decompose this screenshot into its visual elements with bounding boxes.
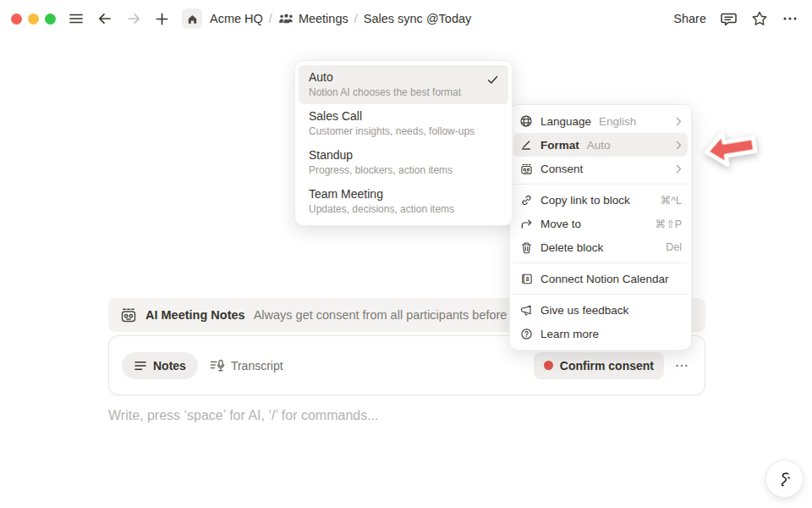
topbar-actions: Share	[673, 10, 812, 28]
new-page-button[interactable]	[154, 11, 170, 27]
confirm-consent-button[interactable]: Confirm consent	[534, 352, 664, 379]
breadcrumb-page-title[interactable]: Sales sync @Today	[364, 12, 472, 25]
notion-ai-fab-button[interactable]	[765, 460, 804, 498]
format-option-standup[interactable]: Standup Progress, blockers, action items	[299, 143, 508, 182]
more-icon	[674, 358, 689, 373]
topbar: Acme HQ / Meetings / Sales sync @Today S…	[0, 0, 812, 37]
menu-item-consent[interactable]: Consent	[513, 157, 688, 180]
consent-recorder-icon	[120, 306, 137, 323]
favorite-button[interactable]	[751, 10, 768, 27]
svg-text:8: 8	[525, 276, 529, 282]
megaphone-icon	[519, 304, 533, 317]
forward-button[interactable]	[125, 10, 142, 27]
menu-item-format[interactable]: Format Auto	[513, 133, 688, 157]
tab-notes[interactable]: Notes	[122, 352, 198, 379]
format-option-auto[interactable]: Auto Notion AI chooses the best format	[299, 65, 508, 104]
breadcrumb-separator: /	[354, 12, 358, 25]
chevron-right-icon	[676, 141, 682, 150]
back-button[interactable]	[96, 10, 113, 27]
page-more-button[interactable]	[782, 10, 798, 27]
globe-icon	[519, 114, 533, 128]
tab-transcript-label: Transcript	[231, 359, 283, 373]
menu-item-copy-link[interactable]: Copy link to block ⌘^L	[513, 188, 688, 212]
comments-button[interactable]	[720, 10, 738, 28]
shortcut-label: ⌘^L	[661, 194, 682, 207]
breadcrumb: Acme HQ / Meetings / Sales sync @Today	[210, 12, 471, 25]
plus-icon	[154, 11, 170, 27]
meeting-people-icon	[278, 13, 294, 25]
calendar-icon: 8	[519, 273, 533, 285]
window-controls	[0, 14, 56, 25]
format-submenu: Auto Notion AI chooses the best format S…	[294, 60, 513, 226]
menu-divider	[513, 262, 688, 263]
notion-ai-face-icon	[775, 469, 795, 489]
format-option-team-meeting[interactable]: Team Meeting Updates, decisions, action …	[299, 182, 508, 221]
breadcrumb-meetings[interactable]: Meetings	[278, 12, 348, 25]
menu-item-delete-block[interactable]: Delete block Del	[513, 235, 688, 259]
comment-icon	[720, 10, 738, 28]
transcript-mic-icon	[210, 359, 225, 373]
tab-transcript[interactable]: Transcript	[210, 359, 283, 373]
trash-icon	[519, 241, 533, 254]
breadcrumb-workspace[interactable]: Acme HQ	[210, 12, 263, 25]
more-icon	[782, 10, 798, 27]
tab-notes-label: Notes	[153, 359, 186, 373]
record-dot-icon	[544, 361, 553, 370]
sidebar-toggle-icon	[68, 10, 85, 27]
menu-divider	[513, 184, 688, 185]
check-icon	[487, 75, 498, 85]
chevron-right-icon	[676, 117, 682, 126]
red-left-arrow	[700, 124, 762, 173]
zoom-window-button[interactable]	[45, 14, 56, 25]
link-icon	[519, 194, 533, 207]
format-pen-icon	[519, 138, 533, 152]
menu-divider	[513, 294, 688, 295]
back-arrow-icon	[96, 10, 113, 27]
breadcrumb-separator: /	[269, 12, 272, 25]
block-title: AI Meeting Notes	[145, 308, 245, 322]
block-options-menu: Language English Format Auto Consent	[509, 104, 692, 351]
move-to-icon	[519, 218, 533, 230]
notion-window: Acme HQ / Meetings / Sales sync @Today S…	[0, 0, 812, 508]
menu-item-learn-more[interactable]: Learn more	[513, 322, 688, 345]
consent-notice: Always get consent from all participants…	[254, 308, 508, 322]
shortcut-label: Del	[666, 241, 682, 253]
home-button[interactable]	[182, 8, 202, 29]
format-option-sales-call[interactable]: Sales Call Customer insights, needs, fol…	[299, 104, 508, 143]
notes-lines-icon	[134, 360, 147, 372]
close-window-button[interactable]	[11, 14, 22, 25]
breadcrumb-meetings-label: Meetings	[299, 12, 348, 25]
chevron-right-icon	[676, 164, 682, 174]
menu-item-move-to[interactable]: Move to ⌘⇧P	[513, 212, 688, 235]
editor-placeholder[interactable]: Write, press ‘space’ for AI, ‘/’ for com…	[108, 408, 379, 423]
home-icon	[186, 13, 199, 25]
shortcut-label: ⌘⇧P	[656, 218, 682, 230]
question-icon	[519, 328, 533, 340]
menu-item-give-feedback[interactable]: Give us feedback	[513, 298, 688, 322]
menu-item-connect-notion-calendar[interactable]: 8 Connect Notion Calendar	[513, 267, 688, 290]
consent-recorder-icon	[519, 163, 533, 175]
sidebar-toggle-button[interactable]	[68, 10, 85, 27]
menu-item-language[interactable]: Language English	[513, 109, 688, 133]
star-icon	[751, 10, 768, 27]
block-more-button[interactable]	[674, 358, 689, 373]
minimize-window-button[interactable]	[28, 14, 39, 25]
share-button[interactable]: Share	[673, 12, 706, 25]
confirm-consent-label: Confirm consent	[560, 359, 654, 373]
forward-arrow-icon	[125, 10, 142, 27]
